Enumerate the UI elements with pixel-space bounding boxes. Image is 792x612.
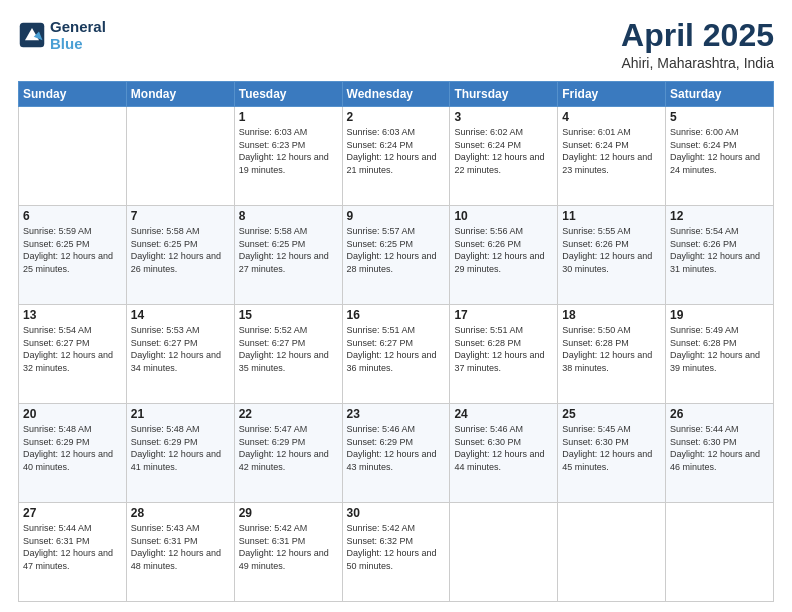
day-number: 4 [562, 110, 661, 124]
day-number: 1 [239, 110, 338, 124]
calendar-cell: 20Sunrise: 5:48 AM Sunset: 6:29 PM Dayli… [19, 404, 127, 503]
day-info: Sunrise: 5:58 AM Sunset: 6:25 PM Dayligh… [131, 225, 230, 275]
day-number: 12 [670, 209, 769, 223]
calendar-cell: 1Sunrise: 6:03 AM Sunset: 6:23 PM Daylig… [234, 107, 342, 206]
day-number: 24 [454, 407, 553, 421]
calendar-cell [558, 503, 666, 602]
logo-text: General Blue [50, 18, 106, 53]
day-number: 7 [131, 209, 230, 223]
calendar-cell: 29Sunrise: 5:42 AM Sunset: 6:31 PM Dayli… [234, 503, 342, 602]
calendar-cell: 15Sunrise: 5:52 AM Sunset: 6:27 PM Dayli… [234, 305, 342, 404]
calendar-col-thursday: Thursday [450, 82, 558, 107]
calendar-col-tuesday: Tuesday [234, 82, 342, 107]
calendar-cell: 28Sunrise: 5:43 AM Sunset: 6:31 PM Dayli… [126, 503, 234, 602]
day-info: Sunrise: 5:55 AM Sunset: 6:26 PM Dayligh… [562, 225, 661, 275]
day-info: Sunrise: 5:46 AM Sunset: 6:29 PM Dayligh… [347, 423, 446, 473]
calendar-cell: 24Sunrise: 5:46 AM Sunset: 6:30 PM Dayli… [450, 404, 558, 503]
calendar-cell: 10Sunrise: 5:56 AM Sunset: 6:26 PM Dayli… [450, 206, 558, 305]
calendar-cell: 6Sunrise: 5:59 AM Sunset: 6:25 PM Daylig… [19, 206, 127, 305]
calendar-cell: 11Sunrise: 5:55 AM Sunset: 6:26 PM Dayli… [558, 206, 666, 305]
day-info: Sunrise: 5:46 AM Sunset: 6:30 PM Dayligh… [454, 423, 553, 473]
calendar-cell [666, 503, 774, 602]
calendar-week-2: 6Sunrise: 5:59 AM Sunset: 6:25 PM Daylig… [19, 206, 774, 305]
calendar-cell: 5Sunrise: 6:00 AM Sunset: 6:24 PM Daylig… [666, 107, 774, 206]
subtitle: Ahiri, Maharashtra, India [621, 55, 774, 71]
day-info: Sunrise: 5:57 AM Sunset: 6:25 PM Dayligh… [347, 225, 446, 275]
day-number: 29 [239, 506, 338, 520]
logo-blue: Blue [50, 35, 83, 52]
calendar-week-5: 27Sunrise: 5:44 AM Sunset: 6:31 PM Dayli… [19, 503, 774, 602]
day-info: Sunrise: 5:48 AM Sunset: 6:29 PM Dayligh… [131, 423, 230, 473]
calendar-cell: 22Sunrise: 5:47 AM Sunset: 6:29 PM Dayli… [234, 404, 342, 503]
day-info: Sunrise: 5:42 AM Sunset: 6:32 PM Dayligh… [347, 522, 446, 572]
logo-icon [18, 21, 46, 49]
calendar-cell [126, 107, 234, 206]
page: General Blue April 2025 Ahiri, Maharasht… [0, 0, 792, 612]
day-info: Sunrise: 5:58 AM Sunset: 6:25 PM Dayligh… [239, 225, 338, 275]
day-info: Sunrise: 5:48 AM Sunset: 6:29 PM Dayligh… [23, 423, 122, 473]
day-info: Sunrise: 5:50 AM Sunset: 6:28 PM Dayligh… [562, 324, 661, 374]
day-number: 30 [347, 506, 446, 520]
calendar-cell: 14Sunrise: 5:53 AM Sunset: 6:27 PM Dayli… [126, 305, 234, 404]
title-block: April 2025 Ahiri, Maharashtra, India [621, 18, 774, 71]
calendar-cell: 21Sunrise: 5:48 AM Sunset: 6:29 PM Dayli… [126, 404, 234, 503]
day-info: Sunrise: 6:03 AM Sunset: 6:24 PM Dayligh… [347, 126, 446, 176]
calendar-col-saturday: Saturday [666, 82, 774, 107]
calendar-cell: 12Sunrise: 5:54 AM Sunset: 6:26 PM Dayli… [666, 206, 774, 305]
day-number: 28 [131, 506, 230, 520]
calendar-cell [450, 503, 558, 602]
day-number: 17 [454, 308, 553, 322]
calendar-col-wednesday: Wednesday [342, 82, 450, 107]
logo-general: General [50, 18, 106, 35]
day-number: 27 [23, 506, 122, 520]
day-number: 9 [347, 209, 446, 223]
day-number: 2 [347, 110, 446, 124]
calendar-cell: 4Sunrise: 6:01 AM Sunset: 6:24 PM Daylig… [558, 107, 666, 206]
day-info: Sunrise: 6:03 AM Sunset: 6:23 PM Dayligh… [239, 126, 338, 176]
day-number: 20 [23, 407, 122, 421]
calendar-week-1: 1Sunrise: 6:03 AM Sunset: 6:23 PM Daylig… [19, 107, 774, 206]
day-number: 10 [454, 209, 553, 223]
day-info: Sunrise: 5:53 AM Sunset: 6:27 PM Dayligh… [131, 324, 230, 374]
day-info: Sunrise: 5:56 AM Sunset: 6:26 PM Dayligh… [454, 225, 553, 275]
calendar-table: SundayMondayTuesdayWednesdayThursdayFrid… [18, 81, 774, 602]
day-number: 21 [131, 407, 230, 421]
day-number: 13 [23, 308, 122, 322]
day-number: 25 [562, 407, 661, 421]
day-info: Sunrise: 5:44 AM Sunset: 6:30 PM Dayligh… [670, 423, 769, 473]
day-number: 23 [347, 407, 446, 421]
day-info: Sunrise: 6:02 AM Sunset: 6:24 PM Dayligh… [454, 126, 553, 176]
day-number: 22 [239, 407, 338, 421]
calendar-col-friday: Friday [558, 82, 666, 107]
calendar-cell: 27Sunrise: 5:44 AM Sunset: 6:31 PM Dayli… [19, 503, 127, 602]
calendar-cell: 26Sunrise: 5:44 AM Sunset: 6:30 PM Dayli… [666, 404, 774, 503]
calendar-col-monday: Monday [126, 82, 234, 107]
calendar-cell [19, 107, 127, 206]
main-title: April 2025 [621, 18, 774, 53]
calendar-cell: 17Sunrise: 5:51 AM Sunset: 6:28 PM Dayli… [450, 305, 558, 404]
day-info: Sunrise: 6:00 AM Sunset: 6:24 PM Dayligh… [670, 126, 769, 176]
calendar-week-4: 20Sunrise: 5:48 AM Sunset: 6:29 PM Dayli… [19, 404, 774, 503]
day-info: Sunrise: 5:44 AM Sunset: 6:31 PM Dayligh… [23, 522, 122, 572]
day-number: 3 [454, 110, 553, 124]
day-number: 18 [562, 308, 661, 322]
calendar-cell: 23Sunrise: 5:46 AM Sunset: 6:29 PM Dayli… [342, 404, 450, 503]
calendar-cell: 16Sunrise: 5:51 AM Sunset: 6:27 PM Dayli… [342, 305, 450, 404]
calendar-cell: 18Sunrise: 5:50 AM Sunset: 6:28 PM Dayli… [558, 305, 666, 404]
calendar-week-3: 13Sunrise: 5:54 AM Sunset: 6:27 PM Dayli… [19, 305, 774, 404]
calendar-cell: 25Sunrise: 5:45 AM Sunset: 6:30 PM Dayli… [558, 404, 666, 503]
calendar-cell: 19Sunrise: 5:49 AM Sunset: 6:28 PM Dayli… [666, 305, 774, 404]
calendar-header-row: SundayMondayTuesdayWednesdayThursdayFrid… [19, 82, 774, 107]
day-number: 19 [670, 308, 769, 322]
logo: General Blue [18, 18, 106, 53]
day-number: 5 [670, 110, 769, 124]
day-info: Sunrise: 5:51 AM Sunset: 6:28 PM Dayligh… [454, 324, 553, 374]
calendar-cell: 13Sunrise: 5:54 AM Sunset: 6:27 PM Dayli… [19, 305, 127, 404]
day-info: Sunrise: 6:01 AM Sunset: 6:24 PM Dayligh… [562, 126, 661, 176]
calendar-col-sunday: Sunday [19, 82, 127, 107]
calendar-cell: 30Sunrise: 5:42 AM Sunset: 6:32 PM Dayli… [342, 503, 450, 602]
day-number: 14 [131, 308, 230, 322]
day-number: 15 [239, 308, 338, 322]
header: General Blue April 2025 Ahiri, Maharasht… [18, 18, 774, 71]
day-info: Sunrise: 5:51 AM Sunset: 6:27 PM Dayligh… [347, 324, 446, 374]
